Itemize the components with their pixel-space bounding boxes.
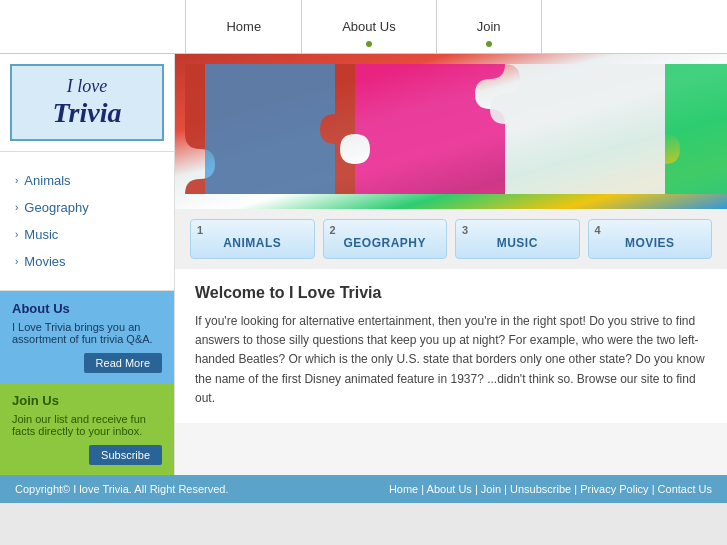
content-area: 1 ANIMALS 2 GEOGRAPHY 3 MUSIC 4 MOVIES W… [175,54,727,475]
sidebar-item-music[interactable]: › Music [0,221,174,248]
hero-image [175,54,727,209]
welcome-section: Welcome to I Love Trivia If you're looki… [175,269,727,423]
logo-area: I love Trivia [0,54,174,152]
top-navigation: Home About Us Join [0,0,727,54]
category-movies[interactable]: 4 MOVIES [588,219,713,259]
sidebar-nav: › Animals › Geography › Music › Movies [0,152,174,291]
logo-i-love: I love [27,76,147,97]
sidebar-item-movies-label: Movies [24,254,65,269]
sidebar-item-music-label: Music [24,227,58,242]
footer: Copyright© I love Trivia. All Right Rese… [0,475,727,503]
read-more-button[interactable]: Read More [84,353,162,373]
nav-join-label: Join [477,19,501,34]
chevron-icon: › [15,229,18,240]
sidebar-about-heading: About Us [12,301,162,316]
cat-label-music: MUSIC [461,236,574,250]
footer-links: Home | About Us | Join | Unsubscribe | P… [389,483,712,495]
category-music[interactable]: 3 MUSIC [455,219,580,259]
nav-about-label: About Us [342,19,395,34]
sidebar-item-geography-label: Geography [24,200,88,215]
nav-home[interactable]: Home [185,0,302,53]
nav-about-dot [366,41,372,47]
cat-number-2: 2 [330,224,336,236]
welcome-title: Welcome to I Love Trivia [195,284,707,302]
nav-join-dot [486,41,492,47]
main-wrapper: I love Trivia › Animals › Geography › Mu… [0,54,727,475]
nav-home-label: Home [226,19,261,34]
footer-link-privacy[interactable]: Privacy Policy [580,483,648,495]
nav-join[interactable]: Join [437,0,542,53]
logo-trivia: Trivia [27,97,147,129]
welcome-title-brand: I Love Trivia [289,284,381,301]
sidebar-item-movies[interactable]: › Movies [0,248,174,275]
hero-svg [175,54,727,209]
logo-box: I love Trivia [10,64,164,141]
sidebar-join-text: Join our list and receive fun facts dire… [12,413,162,437]
category-animals[interactable]: 1 ANIMALS [190,219,315,259]
sidebar-join-heading: Join Us [12,393,162,408]
category-geography[interactable]: 2 GEOGRAPHY [323,219,448,259]
chevron-icon: › [15,256,18,267]
footer-link-about[interactable]: About Us [427,483,472,495]
sidebar-about-box: About Us I Love Trivia brings you an ass… [0,291,174,383]
chevron-icon: › [15,175,18,186]
footer-copyright: Copyright© I love Trivia. All Right Rese… [15,483,229,495]
cat-label-movies: MOVIES [594,236,707,250]
chevron-icon: › [15,202,18,213]
cat-label-animals: ANIMALS [196,236,309,250]
category-boxes: 1 ANIMALS 2 GEOGRAPHY 3 MUSIC 4 MOVIES [175,209,727,269]
footer-link-contact[interactable]: Contact Us [658,483,712,495]
sidebar-item-geography[interactable]: › Geography [0,194,174,221]
cat-number-4: 4 [595,224,601,236]
sidebar: I love Trivia › Animals › Geography › Mu… [0,54,175,475]
sidebar-about-text: I Love Trivia brings you an assortment o… [12,321,162,345]
cat-number-1: 1 [197,224,203,236]
welcome-title-prefix: Welcome to [195,284,289,301]
cat-number-3: 3 [462,224,468,236]
nav-about[interactable]: About Us [302,0,436,53]
welcome-body: If you're looking for alternative entert… [195,312,707,408]
cat-label-geography: GEOGRAPHY [329,236,442,250]
sidebar-join-box: Join Us Join our list and receive fun fa… [0,383,174,475]
sidebar-item-animals[interactable]: › Animals [0,167,174,194]
sidebar-item-animals-label: Animals [24,173,70,188]
footer-link-home[interactable]: Home [389,483,418,495]
footer-link-unsubscribe[interactable]: Unsubscribe [510,483,571,495]
subscribe-button[interactable]: Subscribe [89,445,162,465]
footer-link-join[interactable]: Join [481,483,501,495]
